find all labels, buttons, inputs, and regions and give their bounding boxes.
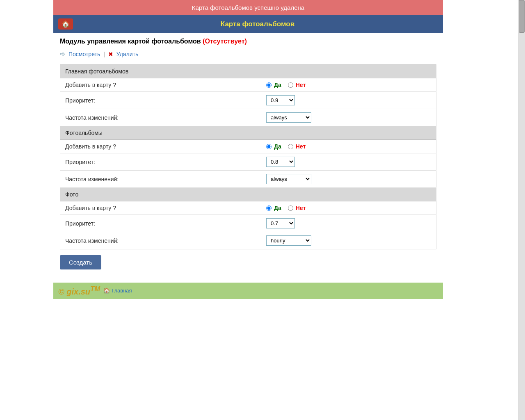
add-to-map-row-2: Добавить в карту ? Да Нет bbox=[60, 201, 436, 215]
add-to-map-field-1: Да Нет bbox=[261, 140, 436, 153]
radio-yes-1[interactable] bbox=[266, 144, 272, 149]
radio-yes-2[interactable] bbox=[266, 205, 272, 211]
priority-label-2: Приоритет: bbox=[60, 215, 262, 232]
page-header: 🏠 Карта фотоальбомов bbox=[53, 15, 443, 33]
priority-field-0: 0.90.80.70.60.50.40.30.20.1 bbox=[261, 92, 436, 109]
frequency-label-1: Частота изменений: bbox=[60, 171, 262, 188]
footer-home-link[interactable]: 🏠 Главная bbox=[103, 288, 132, 294]
priority-field-1: 0.90.80.70.60.50.40.30.20.1 bbox=[261, 153, 436, 171]
section-header-0: Главная фотоальбомов bbox=[60, 65, 436, 78]
priority-field-2: 0.90.80.70.60.50.40.30.20.1 bbox=[261, 215, 436, 232]
priority-label-1: Приоритет: bbox=[60, 153, 262, 171]
priority-select-2[interactable]: 0.90.80.70.60.50.40.30.20.1 bbox=[266, 218, 295, 228]
frequency-field-0: alwayshourlydailyweeklymonthlyyearlyneve… bbox=[261, 109, 436, 126]
separator: | bbox=[103, 51, 105, 57]
add-to-map-label-2: Добавить в карту ? bbox=[60, 201, 262, 215]
priority-row-0: Приоритет: 0.90.80.70.60.50.40.30.20.1 bbox=[60, 92, 436, 109]
footer-bar: © gix.suTM 🏠 Главная bbox=[53, 283, 443, 299]
frequency-row-2: Частота изменений: alwayshourlydailyweek… bbox=[60, 232, 436, 249]
add-to-map-row-0: Добавить в карту ? Да Нет bbox=[60, 78, 436, 92]
scrollbar-thumb[interactable] bbox=[519, 0, 525, 33]
add-to-map-label-0: Добавить в карту ? bbox=[60, 78, 262, 92]
section-header-label-2: Фото bbox=[60, 188, 436, 201]
no-label-0: Нет bbox=[296, 82, 306, 88]
frequency-select-1[interactable]: alwayshourlydailyweeklymonthlyyearlyneve… bbox=[266, 174, 311, 184]
frequency-field-1: alwayshourlydailyweeklymonthlyyearlyneve… bbox=[261, 171, 436, 188]
notification-bar: Карта фотоальбомов успешно удалена bbox=[53, 0, 443, 15]
radio-group-0: Да Нет bbox=[266, 82, 431, 88]
frequency-select-0[interactable]: alwayshourlydailyweeklymonthlyyearlyneve… bbox=[266, 112, 311, 123]
delete-x-icon: ✖ bbox=[108, 51, 113, 57]
frequency-select-2[interactable]: alwayshourlydailyweeklymonthlyyearlyneve… bbox=[266, 235, 311, 246]
yes-label-0: Да bbox=[274, 82, 281, 88]
yes-label-1: Да bbox=[274, 143, 281, 150]
frequency-row-0: Частота изменений: alwayshourlydailyweek… bbox=[60, 109, 436, 126]
footer-home-icon: 🏠 bbox=[103, 288, 110, 294]
radio-group-1: Да Нет bbox=[266, 143, 431, 150]
add-to-map-label-1: Добавить в карту ? bbox=[60, 140, 262, 153]
no-label-1: Нет bbox=[296, 143, 306, 150]
priority-label-0: Приоритет: bbox=[60, 92, 262, 109]
section-header-1: Фотоальбомы bbox=[60, 126, 436, 140]
radio-group-2: Да Нет bbox=[266, 205, 431, 211]
radio-no-2[interactable] bbox=[288, 205, 293, 211]
priority-row-2: Приоритет: 0.90.80.70.60.50.40.30.20.1 bbox=[60, 215, 436, 232]
footer-logo: © gix.suTM bbox=[58, 285, 100, 297]
no-label-2: Нет bbox=[296, 205, 306, 211]
radio-no-1[interactable] bbox=[288, 144, 293, 149]
section-header-label-0: Главная фотоальбомов bbox=[60, 65, 436, 78]
scrollbar[interactable] bbox=[518, 0, 525, 420]
frequency-row-1: Частота изменений: alwayshourlydailyweek… bbox=[60, 171, 436, 188]
home-button[interactable]: 🏠 bbox=[58, 18, 73, 30]
frequency-field-2: alwayshourlydailyweeklymonthlyyearlyneve… bbox=[261, 232, 436, 249]
yes-label-2: Да bbox=[274, 205, 281, 211]
delete-link[interactable]: Удалить bbox=[116, 51, 138, 57]
sections-table: Главная фотоальбомов Добавить в карту ? … bbox=[60, 64, 436, 249]
content-area: Модуль управления картой фотоальбомов (О… bbox=[53, 33, 443, 274]
frequency-label-0: Частота изменений: bbox=[60, 109, 262, 126]
frequency-label-2: Частота изменений: bbox=[60, 232, 262, 249]
priority-row-1: Приоритет: 0.90.80.70.60.50.40.30.20.1 bbox=[60, 153, 436, 171]
module-status: (Отсутствует) bbox=[203, 38, 247, 45]
view-link[interactable]: Посмотреть bbox=[68, 51, 100, 57]
section-header-label-1: Фотоальбомы bbox=[60, 126, 436, 140]
priority-select-1[interactable]: 0.90.80.70.60.50.40.30.20.1 bbox=[266, 157, 295, 167]
action-links: ➩ Посмотреть | ✖ Удалить bbox=[60, 50, 436, 58]
add-to-map-row-1: Добавить в карту ? Да Нет bbox=[60, 140, 436, 153]
radio-yes-0[interactable] bbox=[266, 82, 272, 88]
module-title: Модуль управления картой фотоальбомов (О… bbox=[60, 38, 436, 45]
add-to-map-field-0: Да Нет bbox=[261, 78, 436, 92]
priority-select-0[interactable]: 0.90.80.70.60.50.40.30.20.1 bbox=[266, 95, 295, 105]
section-header-2: Фото bbox=[60, 188, 436, 201]
add-to-map-field-2: Да Нет bbox=[261, 201, 436, 215]
radio-no-0[interactable] bbox=[288, 82, 293, 88]
create-button[interactable]: Создать bbox=[60, 255, 101, 269]
page-title: Карта фотоальбомов bbox=[77, 20, 438, 28]
view-arrow-icon: ➩ bbox=[60, 50, 65, 58]
